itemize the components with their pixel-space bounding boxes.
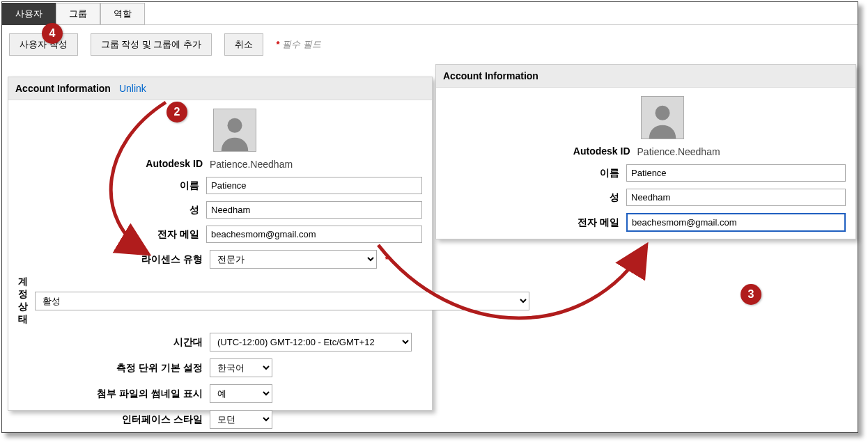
label-first-name: 이름 [18, 180, 206, 192]
last-name-field[interactable] [626, 189, 846, 206]
unlink-link[interactable]: Unlink [119, 83, 146, 94]
last-name-field[interactable] [206, 201, 422, 219]
panel-body-left: Autodesk ID Patience.Needham 이름 성 전자 메일 … [8, 100, 432, 442]
label-license-type: 라이센스 유형 [18, 253, 210, 266]
required-asterisk: * [276, 39, 279, 49]
label-first-name: 이름 [446, 167, 626, 180]
avatar-icon [641, 96, 684, 139]
annotation-badge-4: 4 [42, 23, 63, 44]
avatar-icon [213, 109, 256, 152]
annotation-badge-2: 2 [166, 102, 187, 123]
panel-body-right: Autodesk ID Patience.Needham 이름 성 전자 메일 [436, 88, 855, 247]
label-thumbnail: 첨부 파일의 썸네일 표시 [18, 388, 210, 400]
label-last-name: 성 [18, 204, 206, 216]
thumbnail-select[interactable]: 예 [210, 384, 272, 403]
toolbar: 사용자 작성 그룹 작성 및 그룹에 추가 취소 *필수 필드 [2, 25, 858, 64]
account-panel-right: Account Information Autodesk ID Patience… [435, 64, 856, 239]
label-autodesk-id: Autodesk ID [446, 145, 637, 157]
label-account-status: 계정 상태 [18, 276, 35, 326]
label-interface: 인터페이스 스타일 [18, 413, 210, 426]
tab-roles[interactable]: 역할 [100, 3, 145, 25]
panels-area: Account Information Unlink Autodesk ID P… [2, 64, 858, 433]
first-name-field[interactable] [206, 177, 422, 194]
required-star-icon: * [385, 254, 389, 265]
account-status-select[interactable]: 활성 [35, 292, 529, 310]
first-name-field[interactable] [626, 164, 846, 182]
interface-select[interactable]: 모던 [210, 410, 272, 429]
tab-bar: 사용자 그룹 역할 [2, 2, 858, 25]
svg-point-1 [656, 106, 670, 120]
account-panel-left: Account Information Unlink Autodesk ID P… [8, 77, 433, 411]
avatar-row [213, 109, 422, 152]
label-autodesk-id: Autodesk ID [18, 158, 210, 169]
tab-groups[interactable]: 그룹 [56, 3, 100, 25]
units-select[interactable]: 한국어 [210, 358, 272, 377]
required-note: *필수 필드 [276, 38, 321, 51]
label-email: 전자 메일 [446, 216, 626, 229]
panel-header-right: Account Information [436, 65, 855, 88]
email-field-focused[interactable] [626, 213, 846, 232]
cancel-button[interactable]: 취소 [224, 33, 263, 56]
create-group-button[interactable]: 그룹 작성 및 그룹에 추가 [91, 33, 212, 56]
label-timezone: 시간대 [18, 336, 210, 349]
value-autodesk-id: Patience.Needham [637, 145, 846, 157]
timezone-select[interactable]: (UTC-12:00) GMT-12:00 - Etc/GMT+12 [210, 333, 412, 352]
avatar-row [641, 96, 846, 139]
email-field[interactable] [206, 226, 422, 243]
app-window: 사용자 그룹 역할 사용자 작성 그룹 작성 및 그룹에 추가 취소 *필수 필… [1, 1, 858, 433]
label-last-name: 성 [446, 191, 626, 204]
svg-point-0 [228, 118, 242, 133]
label-units: 측정 단위 기본 설정 [18, 362, 210, 374]
panel-header-left: Account Information Unlink [8, 77, 432, 100]
value-autodesk-id: Patience.Needham [210, 157, 419, 170]
license-type-select[interactable]: 전문가 [210, 250, 377, 269]
tab-users[interactable]: 사용자 [2, 3, 56, 25]
annotation-badge-3: 3 [741, 284, 761, 305]
panel-title: Account Information [443, 70, 538, 81]
panel-title: Account Information [15, 83, 111, 94]
label-email: 전자 메일 [18, 228, 206, 241]
